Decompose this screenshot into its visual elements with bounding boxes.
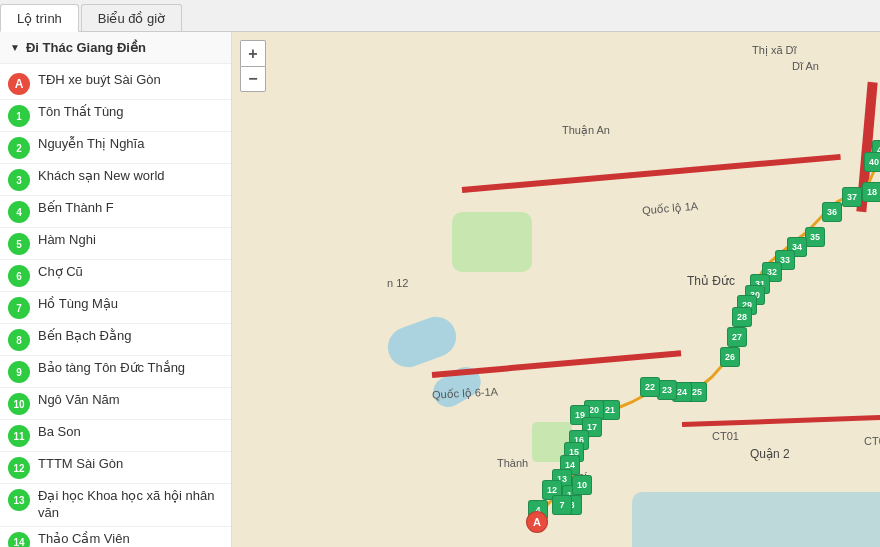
map-stop[interactable]: 23 <box>657 380 677 400</box>
stop-name: TTTM Sài Gòn <box>38 456 221 473</box>
map-stop[interactable]: 35 <box>805 227 825 247</box>
app-container: Lộ trình Biểu đồ giờ ▼ Đi Thác Giang Điề… <box>0 0 880 547</box>
stop-badge: 5 <box>8 233 30 255</box>
list-item[interactable]: ATĐH xe buýt Sài Gòn <box>0 68 231 100</box>
map-stop[interactable]: 26 <box>720 347 740 367</box>
map-stop-badge: 22 <box>640 377 660 397</box>
list-item[interactable]: 9Bảo tàng Tôn Đức Thắng <box>0 356 231 388</box>
stop-name: Đại học Khoa học xã hội nhân văn <box>38 488 221 522</box>
list-item[interactable]: 5Hàm Nghi <box>0 228 231 260</box>
route-group-1-header[interactable]: ▼ Đi Thác Giang Điền <box>0 32 231 64</box>
map-stop-badge: 7 <box>552 495 572 515</box>
green-area-1 <box>452 212 532 272</box>
map-area[interactable]: Dĩ An Thị xã Dĩ Thuận An Thủ Đức Quận 9 … <box>232 32 880 547</box>
stop-name: Khách sạn New world <box>38 168 221 185</box>
list-item[interactable]: 8Bến Bạch Đằng <box>0 324 231 356</box>
zoom-in-button[interactable]: + <box>240 40 266 66</box>
stop-badge: 13 <box>8 489 30 511</box>
map-stop[interactable]: 28 <box>732 307 752 327</box>
map-stop[interactable]: 22 <box>640 377 660 397</box>
stop-name: Bến Bạch Đằng <box>38 328 221 345</box>
tab-bar: Lộ trình Biểu đồ giờ <box>0 0 880 32</box>
map-stop-badge: A <box>526 511 548 533</box>
list-item[interactable]: 3Khách sạn New world <box>0 164 231 196</box>
stop-name: Bảo tàng Tôn Đức Thắng <box>38 360 221 377</box>
stop-name: Nguyễn Thị Nghĩa <box>38 136 221 153</box>
stop-badge: 8 <box>8 329 30 351</box>
map-stop-badge: 37 <box>842 187 862 207</box>
map-stop[interactable]: A <box>526 511 548 533</box>
stop-badge: 9 <box>8 361 30 383</box>
stop-name: Thảo Cầm Viên <box>38 531 221 547</box>
tab-bieu-do-gio[interactable]: Biểu đồ giờ <box>81 4 182 31</box>
map-stop-badge: 35 <box>805 227 825 247</box>
map-stop-badge: 10 <box>572 475 592 495</box>
stop-name: Hàm Nghi <box>38 232 221 249</box>
list-item[interactable]: 12TTTM Sài Gòn <box>0 452 231 484</box>
stop-badge: 4 <box>8 201 30 223</box>
stop-list-1: ATĐH xe buýt Sài Gòn1Tôn Thất Tùng2Nguyễ… <box>0 64 231 547</box>
stop-badge: 11 <box>8 425 30 447</box>
water-river-4 <box>632 492 880 547</box>
stop-badge: 1 <box>8 105 30 127</box>
map-stop-badge: 36 <box>822 202 842 222</box>
list-item[interactable]: 14Thảo Cầm Viên <box>0 527 231 547</box>
map-stop-badge: 28 <box>732 307 752 327</box>
map-stop[interactable]: 37 <box>842 187 862 207</box>
stop-badge: 6 <box>8 265 30 287</box>
list-item[interactable]: 1Tôn Thất Tùng <box>0 100 231 132</box>
stop-badge: 14 <box>8 532 30 547</box>
stop-badge: A <box>8 73 30 95</box>
map-stop[interactable]: 10 <box>572 475 592 495</box>
stop-badge: 3 <box>8 169 30 191</box>
list-item[interactable]: 7Hồ Tùng Mậu <box>0 292 231 324</box>
route-group-1-title: Đi Thác Giang Điền <box>26 40 146 55</box>
tab-lo-trinh[interactable]: Lộ trình <box>0 4 79 32</box>
map-stop[interactable]: 36 <box>822 202 842 222</box>
stop-name: Chợ Cũ <box>38 264 221 281</box>
map-stop-badge: 23 <box>657 380 677 400</box>
stop-name: Hồ Tùng Mậu <box>38 296 221 313</box>
list-item[interactable]: 13Đại học Khoa học xã hội nhân văn <box>0 484 231 527</box>
map-stop-badge: 40 <box>864 152 880 172</box>
map-stop[interactable]: 7 <box>552 495 572 515</box>
stop-name: Tôn Thất Tùng <box>38 104 221 121</box>
map-stop[interactable]: 40 <box>864 152 880 172</box>
list-item[interactable]: 2Nguyễn Thị Nghĩa <box>0 132 231 164</box>
stop-badge: 12 <box>8 457 30 479</box>
stop-badge: 10 <box>8 393 30 415</box>
map-stop-badge: 26 <box>720 347 740 367</box>
map-controls: + − <box>240 40 266 92</box>
stop-badge: 2 <box>8 137 30 159</box>
list-item[interactable]: 4Bến Thành F <box>0 196 231 228</box>
sidebar: ▼ Đi Thác Giang Điền ATĐH xe buýt Sài Gò… <box>0 32 232 547</box>
map-stop[interactable]: 27 <box>727 327 747 347</box>
stop-name: Ba Son <box>38 424 221 441</box>
stop-name: Ngô Văn Năm <box>38 392 221 409</box>
zoom-out-button[interactable]: − <box>240 66 266 92</box>
list-item[interactable]: 6Chợ Cũ <box>0 260 231 292</box>
list-item[interactable]: 10Ngô Văn Năm <box>0 388 231 420</box>
map-stop-badge: 18 <box>862 182 880 202</box>
stop-badge: 7 <box>8 297 30 319</box>
stop-name: Bến Thành F <box>38 200 221 217</box>
map-stop-badge: 27 <box>727 327 747 347</box>
route-group-1: ▼ Đi Thác Giang Điền ATĐH xe buýt Sài Gò… <box>0 32 231 547</box>
expand-arrow-1: ▼ <box>10 42 20 53</box>
main-content: ▼ Đi Thác Giang Điền ATĐH xe buýt Sài Gò… <box>0 32 880 547</box>
map-stop[interactable]: 18 <box>862 182 880 202</box>
stop-name: TĐH xe buýt Sài Gòn <box>38 72 221 89</box>
list-item[interactable]: 11Ba Son <box>0 420 231 452</box>
